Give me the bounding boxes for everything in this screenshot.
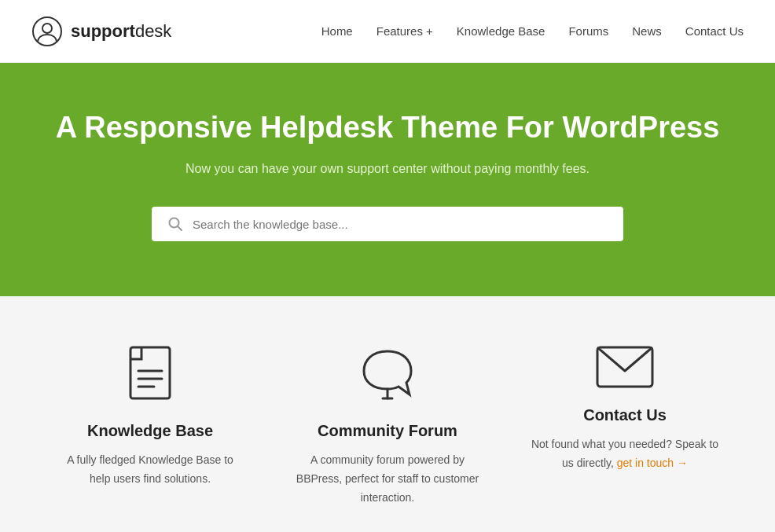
community-forum-title: Community Forum (292, 422, 483, 440)
nav-contact[interactable]: Contact Us (685, 24, 744, 38)
community-forum-icon (292, 343, 483, 406)
feature-contact-us: Contact Us Not found what you needed? Sp… (506, 343, 744, 507)
knowledge-base-title: Knowledge Base (55, 422, 245, 440)
hero-section: A Responsive Helpdesk Theme For WordPres… (0, 63, 775, 296)
logo[interactable]: supportdesk (31, 16, 171, 47)
svg-rect-4 (130, 347, 170, 398)
nav-forums[interactable]: Forums (568, 24, 608, 38)
get-in-touch-link[interactable]: get in touch → (617, 457, 688, 469)
knowledge-base-icon (55, 343, 245, 406)
contact-us-icon (530, 343, 720, 391)
search-bar (152, 207, 623, 241)
features-section: Knowledge Base A fully fledged Knowledge… (0, 296, 775, 532)
community-forum-desc: A community forum powered by BBPress, pe… (292, 451, 483, 507)
search-icon (167, 216, 183, 232)
logo-icon (31, 16, 63, 47)
svg-line-3 (178, 226, 182, 230)
svg-point-1 (42, 24, 52, 33)
nav-features[interactable]: Features + (376, 24, 433, 38)
search-input[interactable] (193, 218, 608, 231)
feature-knowledge-base: Knowledge Base A fully fledged Knowledge… (31, 343, 269, 507)
knowledge-base-desc: A fully fledged Knowledge Base to help u… (55, 451, 245, 489)
contact-us-title: Contact Us (530, 406, 720, 424)
feature-community-forum: Community Forum A community forum powere… (269, 343, 506, 507)
hero-subtitle: Now you can have your own support center… (31, 159, 744, 179)
contact-us-desc: Not found what you needed? Speak to us d… (530, 435, 720, 473)
nav-knowledge-base[interactable]: Knowledge Base (457, 24, 545, 38)
main-nav: Home Features + Knowledge Base Forums Ne… (321, 24, 744, 39)
hero-title: A Responsive Helpdesk Theme For WordPres… (31, 110, 744, 146)
nav-home[interactable]: Home (321, 24, 353, 38)
nav-news[interactable]: News (632, 24, 662, 38)
logo-text: supportdesk (71, 21, 171, 42)
header: supportdesk Home Features + Knowledge Ba… (0, 0, 775, 63)
